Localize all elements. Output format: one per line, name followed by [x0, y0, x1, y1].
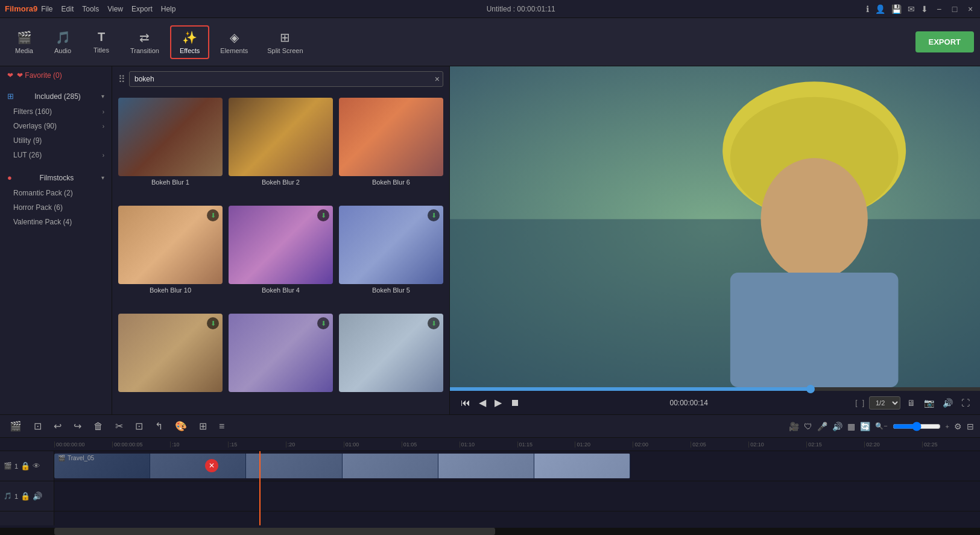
- undo2-button[interactable]: ↰: [151, 418, 166, 434]
- main-area: ❤ ❤ Favorite (0) ⊞ Included (285) ▾ Filt…: [0, 66, 980, 414]
- download-badge: ⬇: [207, 317, 219, 329]
- effect-bokeh-extra-2[interactable]: ⬇: [229, 314, 333, 408]
- heart-icon: ❤: [7, 71, 13, 80]
- menu-file[interactable]: File: [41, 5, 52, 13]
- eye-icon[interactable]: 👁: [33, 461, 40, 470]
- effect-bokeh-extra-1[interactable]: ⬇: [118, 314, 223, 408]
- timeline-toolbar: 🎬 ⊡ ↩ ↪ 🗑 ✂ ⊡ ↰ 🎨 ⊞ ≡ 🎥 🛡 🎤 🔊 ▦ 🔄 🔍− + ⚙…: [0, 415, 980, 438]
- effect-bokeh-blur-6[interactable]: Bokeh Blur 6: [339, 98, 443, 200]
- menu-help[interactable]: Help: [161, 5, 176, 13]
- camera-icon[interactable]: 📷: [922, 396, 936, 410]
- clip-frame-5: [438, 454, 534, 478]
- valentine-pack-item[interactable]: Valentine Pack (4): [0, 215, 112, 229]
- horror-pack-item[interactable]: Horror Pack (6): [0, 200, 112, 215]
- toolbar: 🎬 Media 🎵 Audio T Titles ⇄ Transition ✨ …: [0, 18, 980, 66]
- undo-button[interactable]: ↩: [50, 418, 65, 434]
- save-icon[interactable]: 💾: [891, 4, 902, 14]
- menu-view[interactable]: View: [107, 5, 123, 13]
- favorite-section[interactable]: ❤ ❤ Favorite (0): [0, 66, 112, 84]
- romantic-pack-item[interactable]: Romantic Pack (2): [0, 186, 112, 200]
- snap-button[interactable]: ⊡: [30, 418, 45, 434]
- volume-icon[interactable]: 🔊: [941, 396, 955, 410]
- mail-icon[interactable]: ✉: [908, 4, 915, 14]
- menu-tools[interactable]: Tools: [82, 5, 99, 13]
- loop-tl-icon[interactable]: 🔄: [860, 422, 870, 431]
- lut-item[interactable]: LUT (26) ›: [0, 148, 112, 162]
- effect-bokeh-blur-10[interactable]: ⬇ Bokeh Blur 10: [118, 206, 223, 308]
- clip-frames: [54, 454, 630, 478]
- toolbar-elements[interactable]: ◈ Elements: [212, 27, 256, 58]
- stop-button[interactable]: ⏹: [508, 395, 522, 411]
- toolbar-media[interactable]: 🎬 Media: [6, 27, 42, 58]
- filmstocks-icon: ●: [7, 173, 12, 182]
- included-header[interactable]: ⊞ Included (285) ▾: [0, 88, 112, 104]
- utility-item[interactable]: Utility (9): [0, 133, 112, 148]
- included-label: Included (285): [34, 92, 81, 101]
- effect-bokeh-blur-1[interactable]: Bokeh Blur 1: [118, 98, 223, 200]
- cut-button[interactable]: ✂: [112, 418, 127, 434]
- rewind-button[interactable]: ◀: [476, 394, 488, 411]
- toolbar-audio[interactable]: 🎵 Audio: [45, 27, 81, 58]
- right-bracket: ]: [862, 399, 864, 407]
- zoom-slider[interactable]: [893, 422, 941, 431]
- export-button[interactable]: EXPORT: [915, 31, 974, 52]
- menu-export[interactable]: Export: [131, 5, 153, 13]
- toolbar-transition[interactable]: ⇄ Transition: [122, 27, 168, 58]
- download-badge: ⬇: [428, 317, 440, 329]
- filters-item[interactable]: Filters (160) ›: [0, 104, 112, 119]
- shield-tl-icon[interactable]: 🛡: [804, 422, 812, 431]
- frame-button[interactable]: ⊞: [195, 418, 210, 434]
- ruler-mark-2: :10: [170, 442, 228, 448]
- expand-tl-icon[interactable]: ⊟: [967, 422, 974, 431]
- color-button[interactable]: 🎨: [171, 418, 191, 434]
- titles-icon: T: [98, 30, 105, 44]
- minimize-button[interactable]: −: [934, 4, 944, 14]
- overlay-tl-icon[interactable]: ▦: [847, 422, 855, 431]
- search-clear-button[interactable]: ×: [435, 74, 440, 84]
- overlays-item[interactable]: Overlays (90) ›: [0, 119, 112, 133]
- included-section: ⊞ Included (285) ▾ Filters (160) › Overl…: [0, 84, 112, 166]
- info-icon[interactable]: ℹ: [866, 4, 869, 14]
- user-icon[interactable]: 👤: [875, 4, 885, 14]
- crop-button[interactable]: ⊡: [131, 418, 147, 434]
- vol-tl-icon[interactable]: 🔊: [832, 422, 842, 431]
- lock-icon[interactable]: 🔒: [21, 461, 30, 470]
- lut-label: LUT (26): [13, 151, 42, 159]
- video-track: 🎬 Travel_05 ✕: [54, 451, 980, 481]
- camera-tl-icon[interactable]: 🎥: [789, 422, 799, 431]
- preview-video-inner: [450, 66, 980, 387]
- add-media-button[interactable]: 🎬: [6, 418, 25, 434]
- delete-button[interactable]: 🗑: [90, 419, 107, 434]
- quality-select[interactable]: 1/2 1/4 Full: [869, 396, 900, 410]
- audio-lock-icon[interactable]: 🔒: [21, 492, 30, 501]
- settings-tl-icon[interactable]: ⚙: [954, 422, 962, 431]
- timeline-scrollbar[interactable]: [54, 528, 495, 535]
- video-clip[interactable]: 🎬 Travel_05 ✕: [54, 454, 630, 478]
- progress-fill: [450, 387, 811, 391]
- toolbar-titles[interactable]: T Titles: [83, 27, 119, 57]
- progress-bar[interactable]: [450, 387, 980, 391]
- audio-vol-icon[interactable]: 🔊: [33, 492, 42, 501]
- toolbar-split-screen[interactable]: ⊞ Split Screen: [259, 27, 311, 58]
- redo-button[interactable]: ↪: [70, 418, 85, 434]
- download-icon[interactable]: ⬇: [921, 4, 928, 14]
- bokeh-extra-2-thumb: ⬇: [229, 314, 333, 392]
- fullscreen-icon[interactable]: ⛶: [959, 396, 972, 410]
- menu-edit[interactable]: Edit: [62, 5, 74, 13]
- play-button[interactable]: ▶: [492, 394, 504, 411]
- filmstocks-header[interactable]: ● Filmstocks ▾: [0, 169, 112, 186]
- mic-tl-icon[interactable]: 🎤: [817, 422, 827, 431]
- effect-bokeh-blur-2[interactable]: Bokeh Blur 2: [229, 98, 333, 200]
- monitor-icon[interactable]: 🖥: [905, 396, 917, 410]
- close-button[interactable]: ×: [966, 4, 975, 14]
- maximize-button[interactable]: □: [950, 4, 959, 14]
- ruler-mark-14: 02:20: [864, 442, 922, 448]
- adjust-button[interactable]: ≡: [215, 419, 228, 434]
- effect-bokeh-blur-5[interactable]: ⬇ Bokeh Blur 5: [339, 206, 443, 308]
- prev-frame-button[interactable]: ⏮: [458, 395, 473, 411]
- toolbar-effects[interactable]: ✨ Effects: [170, 25, 209, 59]
- effect-bokeh-blur-4[interactable]: ⬇ Bokeh Blur 4: [229, 206, 333, 308]
- clip-icon: 🎬: [58, 455, 65, 461]
- search-input[interactable]: [129, 71, 443, 87]
- effect-bokeh-extra-3[interactable]: ⬇: [339, 314, 443, 408]
